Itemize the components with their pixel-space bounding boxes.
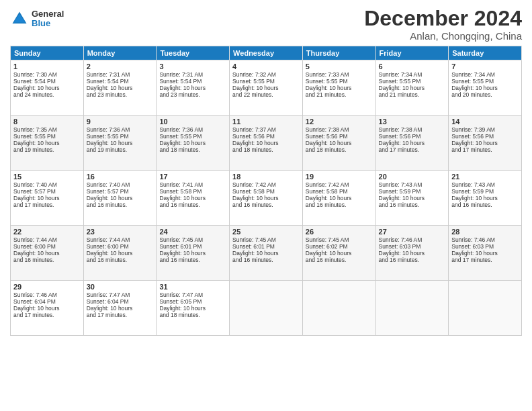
table-cell: 6Sunrise: 7:34 AMSunset: 5:55 PMDaylight… <box>375 60 449 116</box>
day-info-line: Daylight: 10 hours <box>13 140 81 146</box>
day-info-line: and 16 minutes. <box>13 257 81 263</box>
week-row-3: 15Sunrise: 7:40 AMSunset: 5:57 PMDayligh… <box>11 171 522 226</box>
day-info-line: Sunset: 6:04 PM <box>13 298 81 305</box>
day-info-line: Daylight: 10 hours <box>159 195 226 201</box>
logo-icon <box>10 9 29 28</box>
day-info-line: and 16 minutes. <box>306 257 373 263</box>
day-info-line: and 21 minutes. <box>379 91 446 98</box>
day-info-line: Sunrise: 7:38 AM <box>306 126 373 133</box>
day-info-line: Sunrise: 7:32 AM <box>232 71 300 78</box>
location-title: Anlan, Chongqing, China <box>364 30 522 42</box>
day-number: 23 <box>87 228 154 236</box>
day-info-line: Sunrise: 7:43 AM <box>379 181 446 188</box>
day-number: 25 <box>232 228 300 236</box>
day-number: 28 <box>451 228 519 236</box>
logo-blue-text: Blue <box>32 19 64 28</box>
table-cell: 28Sunrise: 7:46 AMSunset: 6:03 PMDayligh… <box>449 226 522 281</box>
day-info-line: Sunrise: 7:36 AM <box>87 126 154 133</box>
header-wednesday: Wednesday <box>230 46 303 60</box>
day-info-line: Sunrise: 7:41 AM <box>159 181 226 188</box>
day-info-line: Daylight: 10 hours <box>159 85 226 91</box>
day-info-line: Daylight: 10 hours <box>87 195 154 201</box>
day-number: 6 <box>379 62 446 71</box>
day-number: 15 <box>13 173 81 181</box>
day-info-line: and 17 minutes. <box>87 312 154 318</box>
day-info-line: Sunrise: 7:45 AM <box>232 236 300 243</box>
day-info-line: and 16 minutes. <box>232 201 300 208</box>
day-info-line: and 17 minutes. <box>13 312 81 318</box>
day-number: 17 <box>159 173 226 181</box>
day-info-line: and 17 minutes. <box>451 257 519 263</box>
day-info-line: Daylight: 10 hours <box>232 195 300 201</box>
day-info-line: and 18 minutes. <box>306 146 373 153</box>
day-number: 14 <box>451 118 519 126</box>
day-info-line: Sunset: 5:55 PM <box>379 78 446 85</box>
day-info-line: and 16 minutes. <box>87 257 154 263</box>
day-info-line: and 17 minutes. <box>379 146 446 153</box>
day-info-line: Sunrise: 7:36 AM <box>159 126 226 133</box>
day-info-line: Sunset: 5:55 PM <box>451 78 519 85</box>
day-info-line: Sunset: 5:57 PM <box>87 188 154 195</box>
day-info-line: Sunrise: 7:30 AM <box>13 71 81 78</box>
logo: General Blue <box>10 9 64 29</box>
table-cell <box>230 281 303 336</box>
day-number: 8 <box>13 118 81 126</box>
day-info-line: Daylight: 10 hours <box>379 250 446 257</box>
table-cell: 8Sunrise: 7:35 AMSunset: 5:55 PMDaylight… <box>11 116 84 171</box>
table-cell: 9Sunrise: 7:36 AMSunset: 5:55 PMDaylight… <box>83 116 157 171</box>
calendar-header-row: Sunday Monday Tuesday Wednesday Thursday… <box>11 46 522 60</box>
day-number: 20 <box>379 173 446 181</box>
table-cell: 13Sunrise: 7:38 AMSunset: 5:56 PMDayligh… <box>375 116 449 171</box>
week-row-2: 8Sunrise: 7:35 AMSunset: 5:55 PMDaylight… <box>11 116 522 171</box>
day-info-line: Sunrise: 7:46 AM <box>379 236 446 243</box>
day-info-line: Daylight: 10 hours <box>87 250 154 257</box>
day-info-line: Daylight: 10 hours <box>159 140 226 146</box>
day-info-line: Sunset: 5:55 PM <box>13 133 81 140</box>
day-info-line: Sunrise: 7:34 AM <box>379 71 446 78</box>
table-cell <box>375 281 449 336</box>
week-row-1: 1Sunrise: 7:30 AMSunset: 5:54 PMDaylight… <box>11 60 522 116</box>
day-info-line: and 16 minutes. <box>379 201 446 208</box>
day-number: 21 <box>451 173 519 181</box>
header-tuesday: Tuesday <box>157 46 230 60</box>
day-info-line: Sunrise: 7:47 AM <box>87 291 154 298</box>
logo-text: General Blue <box>32 9 64 29</box>
day-info-line: and 16 minutes. <box>87 201 154 208</box>
day-info-line: and 18 minutes. <box>159 312 226 318</box>
day-info-line: and 17 minutes. <box>13 201 81 208</box>
day-info-line: and 22 minutes. <box>232 91 300 98</box>
day-info-line: Sunset: 6:00 PM <box>13 243 81 250</box>
day-info-line: Daylight: 10 hours <box>306 195 373 201</box>
day-info-line: Daylight: 10 hours <box>379 140 446 146</box>
day-info-line: Daylight: 10 hours <box>451 250 519 257</box>
table-cell: 19Sunrise: 7:42 AMSunset: 5:58 PMDayligh… <box>302 171 375 226</box>
day-info-line: Sunset: 5:57 PM <box>13 188 81 195</box>
day-info-line: and 16 minutes. <box>159 257 226 263</box>
day-info-line: Daylight: 10 hours <box>87 140 154 146</box>
day-number: 10 <box>159 118 226 126</box>
logo-general-text: General <box>32 9 64 19</box>
day-info-line: and 23 minutes. <box>159 91 226 98</box>
table-cell: 3Sunrise: 7:31 AMSunset: 5:54 PMDaylight… <box>157 60 230 116</box>
table-cell: 30Sunrise: 7:47 AMSunset: 6:04 PMDayligh… <box>83 281 157 336</box>
day-info-line: Sunset: 5:55 PM <box>159 133 226 140</box>
day-info-line: and 16 minutes. <box>232 257 300 263</box>
day-info-line: Sunrise: 7:43 AM <box>451 181 519 188</box>
day-info-line: and 16 minutes. <box>306 201 373 208</box>
day-info-line: and 16 minutes. <box>451 201 519 208</box>
table-cell: 4Sunrise: 7:32 AMSunset: 5:55 PMDaylight… <box>230 60 303 116</box>
table-cell: 17Sunrise: 7:41 AMSunset: 5:58 PMDayligh… <box>157 171 230 226</box>
day-number: 3 <box>159 62 226 71</box>
day-info-line: Sunrise: 7:31 AM <box>159 71 226 78</box>
day-info-line: Daylight: 10 hours <box>306 140 373 146</box>
day-info-line: Sunset: 5:56 PM <box>306 133 373 140</box>
day-info-line: Daylight: 10 hours <box>379 195 446 201</box>
day-number: 29 <box>13 283 81 291</box>
day-info-line: Sunrise: 7:42 AM <box>232 181 300 188</box>
day-number: 2 <box>87 62 154 71</box>
table-cell: 24Sunrise: 7:45 AMSunset: 6:01 PMDayligh… <box>157 226 230 281</box>
day-info-line: Sunset: 6:00 PM <box>87 243 154 250</box>
day-info-line: Sunset: 5:58 PM <box>159 188 226 195</box>
day-number: 27 <box>379 228 446 236</box>
day-info-line: Sunset: 6:03 PM <box>451 243 519 250</box>
